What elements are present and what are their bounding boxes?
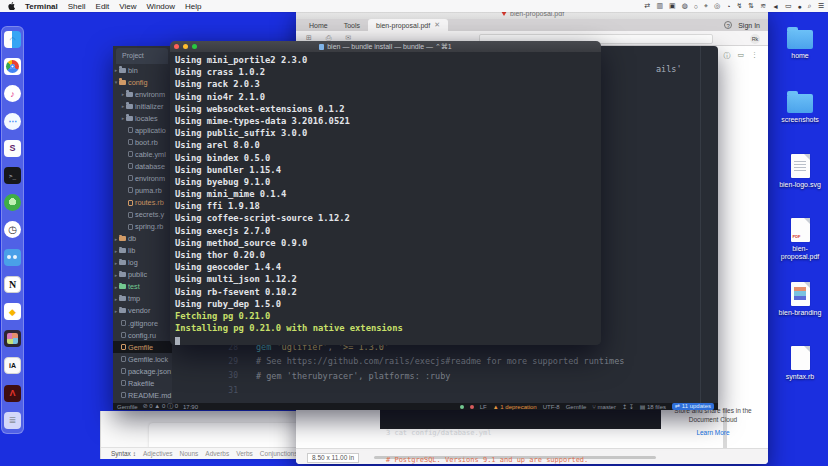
desktop-icon-bien-branding[interactable]: bien-branding [772,282,828,317]
tree-item-locales[interactable]: ▸locales [113,112,172,124]
menu-bar: Terminal ShellEditViewWindowHelp ⇄▥▣◍○⌖◎… [0,0,828,12]
tree-item-Gemfile[interactable]: Gemfile [113,341,172,353]
tab-home[interactable]: Home [301,20,336,31]
itunes-icon[interactable]: ♪ [4,85,21,102]
tree-item-cable-yml[interactable]: cable.yml [113,148,172,160]
help-icon[interactable]: ? [724,21,732,29]
tree-item-test[interactable]: ▸test [113,281,172,293]
tree-item-vendor[interactable]: ▸vendor [113,305,172,317]
desktop-icon-home[interactable]: home [772,26,828,60]
tweetbot-icon[interactable] [4,249,21,266]
terminal-icon[interactable]: >_ [4,167,21,184]
syntax-toggle-nouns[interactable]: Nouns [180,450,199,457]
background-terminal-window[interactable]: 3 cat config/database.yml # PostgreSQL. … [380,410,661,429]
acrobat-avatar[interactable]: Rk [750,34,760,44]
tree-item-Rakefile[interactable]: Rakefile [113,377,172,389]
acrobat-side-tool-2[interactable]: ▭ [737,51,744,61]
tree-item-db[interactable]: ▸db [113,233,172,245]
status-icon-3[interactable]: ◍ [682,2,688,10]
tree-item-log[interactable]: ▸log [113,257,172,269]
tree-item-database[interactable]: database [113,160,172,172]
tree-item-bin[interactable]: ▸bin [113,64,172,76]
status-icon-4[interactable]: ○ [694,3,698,10]
syntax-toggle-conjunctions[interactable]: Conjunctions [260,450,298,457]
desktop-icon-bien-logo-svg[interactable]: bien-logo.svg [772,154,828,189]
chrome-icon[interactable] [4,58,21,75]
menu-item-view[interactable]: View [119,2,136,11]
tree-item-puma-rb[interactable]: puma.rb [113,184,172,196]
status-icon-7[interactable]: ◔ [726,3,730,10]
menu-app-name[interactable]: Terminal [25,2,58,11]
slack-icon[interactable]: S [4,140,21,157]
ia-writer-icon[interactable]: iA [4,357,21,374]
folder-icon [119,272,126,277]
status-icon-8[interactable]: ↯ [736,2,742,10]
sign-in-button[interactable]: Sign In [738,22,760,29]
menu-item-shell[interactable]: Shell [68,2,86,11]
close-tab-icon[interactable]: ✕ [434,21,440,29]
tree-item-lib[interactable]: ▸lib [113,245,172,257]
status-icon-15[interactable]: ☰ [818,2,824,10]
syntax-toggle-adverbs[interactable]: Adverbs [205,450,229,457]
code-text: # gem 'therubyracer', platforms: :ruby [238,371,450,381]
tree-item-public[interactable]: ▸public [113,269,172,281]
tree-item-environm[interactable]: ▸environm [113,88,172,100]
status-icon-2[interactable]: ▣ [669,2,676,10]
syntax-toggle-adjectives[interactable]: Adjectives [143,450,173,457]
green-circle-app-icon[interactable] [4,194,21,211]
tree-item-initializer[interactable]: ▸initializer [113,100,172,112]
status-icon-12[interactable]: ▭ [785,2,792,10]
menu-item-help[interactable]: Help [185,2,201,11]
tree-item-Gemfile-lock[interactable]: Gemfile.lock [113,353,172,365]
learn-more-link[interactable]: Learn More [660,428,766,437]
clock-app-icon[interactable]: ◷ [4,221,21,238]
terminal-titlebar[interactable]: bien — bundle install — bundle — ⌃⌘1 [170,41,601,52]
menu-item-edit[interactable]: Edit [96,2,110,11]
terminal-window[interactable]: bien — bundle install — bundle — ⌃⌘1 Usi… [170,41,601,345]
notion-icon[interactable]: N [4,276,21,293]
desktop-icon-syntax-rb[interactable]: syntax.rb [772,346,828,381]
acrobat-side-tool-1[interactable]: ⓘ [723,51,730,61]
acrobat-side-tool-3[interactable]: ⋮ [751,51,758,61]
photo-grid-app-icon[interactable] [4,330,21,347]
status-item-9[interactable]: ⇄ 11 updates [672,403,714,410]
tree-item-README-md[interactable]: README.md [113,389,172,401]
status-item-3: ▲ 1 deprecation [493,404,537,410]
finder-icon[interactable]: ◠ [4,31,21,48]
status-icon-1[interactable]: ▥ [656,2,663,10]
trash-icon[interactable]: ≣ [4,412,21,429]
status-icon-9[interactable]: ⇅ [748,2,754,10]
status-icon-13[interactable]: ● [798,3,802,10]
project-tab[interactable]: Project [116,48,168,64]
tab-tools[interactable]: Tools [336,20,368,31]
tree-item--gitignore[interactable]: .gitignore [113,317,172,329]
status-icon-6[interactable]: ◎ [714,2,720,10]
syntax-menu[interactable]: Syntax ↕ [111,450,136,457]
tree-item-label: secrets.y [135,210,164,219]
sketch-icon[interactable]: ◆ [4,303,21,320]
status-icon-10[interactable]: ≋ [760,2,766,10]
tree-item-boot-rb[interactable]: boot.rb [113,136,172,148]
tree-item-applicatio[interactable]: applicatio [113,124,172,136]
messages-icon[interactable]: ⋯ [4,113,21,130]
menu-item-window[interactable]: Window [147,2,175,11]
tree-item-secrets-y[interactable]: secrets.y [113,209,172,221]
syntax-toggle-verbs[interactable]: Verbs [236,450,253,457]
terminal-body[interactable]: Using mini_portile2 2.3.0Using crass 1.0… [170,52,601,345]
status-icon-14[interactable]: ⌕ [808,2,812,10]
acrobat-icon[interactable]: Λ [4,385,21,402]
status-icon-0[interactable]: ⇄ [645,2,651,10]
tab-document[interactable]: bien-proposal.pdf✕ [368,19,448,31]
desktop-icon-screenshots[interactable]: screenshots [772,90,828,124]
status-icon-11[interactable]: ◄ [772,3,779,10]
desktop-icon-bien-proposal-pdf[interactable]: bien-proposal.pdf [772,218,828,261]
tree-item-environm[interactable]: environm [113,172,172,184]
tree-item-routes-rb[interactable]: routes.rb [113,197,172,209]
apple-menu-icon[interactable] [8,2,15,10]
status-icon-5[interactable]: ⌖ [704,2,708,10]
tree-item-package-json[interactable]: package.json [113,365,172,377]
tree-item-tmp[interactable]: ▸tmp [113,293,172,305]
tree-item-config[interactable]: ▾config [113,76,172,88]
tree-item-config-ru[interactable]: config.ru [113,329,172,341]
tree-item-spring-rb[interactable]: spring.rb [113,221,172,233]
